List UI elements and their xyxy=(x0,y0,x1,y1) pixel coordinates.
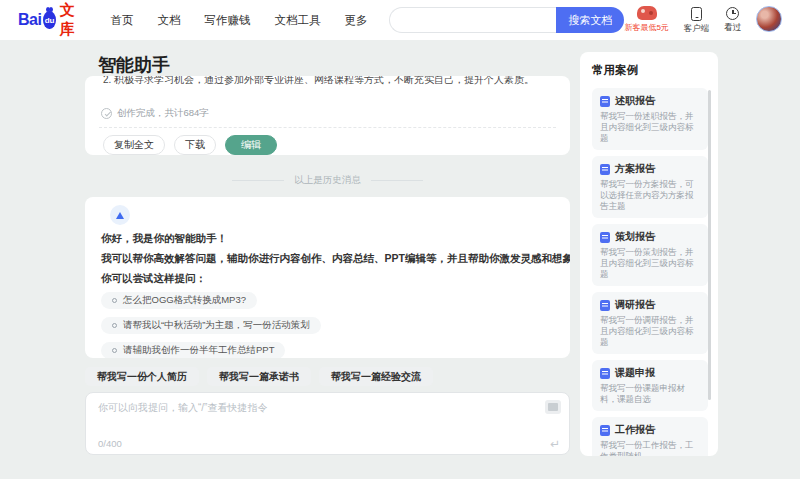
baidu-wenku-logo[interactable]: Bai du 文库 xyxy=(18,1,80,39)
case-card[interactable]: 策划报告 帮我写一份策划报告，并且内容细化到三级内容标题 xyxy=(592,224,708,286)
main-nav: 首页文档写作赚钱文档工具更多 xyxy=(110,13,367,28)
assistant-try-label: 你可以尝试这样提问： xyxy=(101,272,554,285)
assistant-logo-icon xyxy=(116,212,124,219)
case-description: 帮我写一份策划报告，并且内容细化到三级内容标题 xyxy=(600,247,700,280)
document-icon xyxy=(600,368,610,379)
char-counter: 0/400 xyxy=(98,438,122,449)
history-divider-text: 以上是历史消息 xyxy=(294,174,361,187)
status-text: 创作完成，共计684字 xyxy=(117,107,209,120)
nav-item[interactable]: 文档工具 xyxy=(274,13,320,28)
document-icon xyxy=(600,164,610,175)
enter-key-icon[interactable] xyxy=(550,437,560,451)
search-input[interactable] xyxy=(389,7,556,33)
user-avatar[interactable] xyxy=(756,6,782,32)
case-card-header: 课题申报 xyxy=(600,366,700,380)
promo-mascot-icon xyxy=(637,6,657,20)
nav-item[interactable]: 写作赚钱 xyxy=(204,13,250,28)
message-input[interactable] xyxy=(98,401,537,434)
case-card-header: 方案报告 xyxy=(600,162,700,176)
logo-bai-text: Bai xyxy=(18,11,41,29)
case-card[interactable]: 工作报告 帮我写一份工作报告，工作类型随机 xyxy=(592,417,708,456)
viewed-label: 看过 xyxy=(724,22,741,34)
history-message-card: 2. 积极寻求学习机会，通过参加外部专业讲座、网络课程等方式，不断充实自己，提升… xyxy=(85,76,570,155)
circle-bullet-icon xyxy=(112,348,117,353)
quick-prompt-chip[interactable]: 帮我写一篇承诺书 xyxy=(207,367,311,386)
clock-icon xyxy=(726,7,739,20)
assistant-intro: 我可以帮你高效解答问题，辅助你进行内容创作、内容总结、PPT编辑等，并且帮助你激… xyxy=(101,252,554,265)
history-actions: 复制全文 下载 编辑 xyxy=(99,135,556,155)
sidebar-title: 常用案例 xyxy=(592,63,708,78)
client-label: 客户端 xyxy=(684,23,710,35)
case-card-header: 述职报告 xyxy=(600,94,700,108)
sidebar-case-list: 述职报告 帮我写一份述职报告，并且内容细化到三级内容标题 方案报告 帮我写一份方… xyxy=(592,88,708,456)
circle-bullet-icon xyxy=(112,323,117,328)
quick-prompt-chip[interactable]: 帮我写一份个人简历 xyxy=(85,367,199,386)
baidu-paw-icon: du xyxy=(43,11,55,29)
case-card[interactable]: 方案报告 帮我写一份方案报告，可以选择任意内容为方案报告主题 xyxy=(592,156,708,218)
search-button[interactable]: 搜索文档 xyxy=(556,7,624,33)
nav-item[interactable]: 更多 xyxy=(344,13,367,28)
suggestion-text: 怎么把OGG格式转换成MP3? xyxy=(123,294,246,307)
suggestion-chip[interactable]: 请辅助我创作一份半年工作总结PPT xyxy=(101,342,285,358)
suggestion-chip[interactable]: 怎么把OGG格式转换成MP3? xyxy=(101,292,257,309)
download-button[interactable]: 下载 xyxy=(174,135,216,155)
case-card-header: 调研报告 xyxy=(600,298,700,312)
viewed-entry[interactable]: 看过 xyxy=(724,6,741,34)
case-title: 工作报告 xyxy=(615,423,655,437)
phone-icon xyxy=(691,7,702,21)
case-card-header: 策划报告 xyxy=(600,230,700,244)
quick-prompt-row: 帮我写一份个人简历帮我写一篇承诺书帮我写一篇经验交流 xyxy=(85,367,570,386)
divider-line xyxy=(232,180,284,181)
case-description: 帮我写一份调研报告，并且内容细化到三级内容标题 xyxy=(600,315,700,348)
common-cases-sidebar: 常用案例 述职报告 帮我写一份述职报告，并且内容细化到三级内容标题 方案报告 帮… xyxy=(580,52,718,456)
quick-prompt-chip[interactable]: 帮我写一篇经验交流 xyxy=(319,367,433,386)
nav-item[interactable]: 文档 xyxy=(157,13,180,28)
composer: 0/400 xyxy=(85,392,570,455)
page: Bai du 文库 首页文档写作赚钱文档工具更多 搜索文档 新客最低5元 客户端… xyxy=(0,0,800,479)
suggestion-text: 请帮我以“中秋活动”为主题，写一份活动策划 xyxy=(123,319,310,332)
case-description: 帮我写一份方案报告，可以选择任意内容为方案报告主题 xyxy=(600,179,700,212)
case-title: 述职报告 xyxy=(615,94,655,108)
case-card-header: 工作报告 xyxy=(600,423,700,437)
case-title: 策划报告 xyxy=(615,230,655,244)
document-icon xyxy=(600,96,610,107)
case-card[interactable]: 课题申报 帮我写一份课题申报材料，课题自选 xyxy=(592,360,708,411)
divider-line xyxy=(371,180,423,181)
dashed-divider xyxy=(99,127,556,128)
circle-bullet-icon xyxy=(112,298,117,303)
case-description: 帮我写一份课题申报材料，课题自选 xyxy=(600,383,700,405)
document-icon xyxy=(600,300,610,311)
promo-label: 新客最低5元 xyxy=(624,22,668,33)
creation-status: 创作完成，共计684字 xyxy=(99,107,556,120)
case-title: 课题申报 xyxy=(615,366,655,380)
case-description: 帮我写一份述职报告，并且内容细化到三级内容标题 xyxy=(600,111,700,144)
suggestion-chip[interactable]: 请帮我以“中秋活动”为主题，写一份活动策划 xyxy=(101,317,321,334)
client-entry[interactable]: 客户端 xyxy=(684,6,710,35)
history-excerpt: 2. 积极寻求学习机会，通过参加外部专业讲座、网络课程等方式，不断充实自己，提升… xyxy=(99,76,556,87)
case-card[interactable]: 述职报告 帮我写一份述职报告，并且内容细化到三级内容标题 xyxy=(592,88,708,150)
document-icon xyxy=(600,425,610,436)
promo-entry[interactable]: 新客最低5元 xyxy=(624,6,668,33)
suggestion-text: 请辅助我创作一份半年工作总结PPT xyxy=(123,344,274,357)
header-right-icons: 新客最低5元 客户端 看过 xyxy=(624,6,782,35)
assistant-avatar xyxy=(110,205,130,225)
case-title: 方案报告 xyxy=(615,162,655,176)
nav-item[interactable]: 首页 xyxy=(110,13,133,28)
suggestion-list: 怎么把OGG格式转换成MP3? 请帮我以“中秋活动”为主题，写一份活动策划 请辅… xyxy=(101,292,554,358)
image-upload-icon[interactable] xyxy=(545,400,561,414)
assistant-greeting: 你好，我是你的智能助手！ xyxy=(101,232,554,245)
case-title: 调研报告 xyxy=(615,298,655,312)
logo-wenku-text: 文库 xyxy=(60,1,81,39)
page-title: 智能助手 xyxy=(98,53,170,77)
check-circle-icon xyxy=(101,108,112,119)
search-bar: 搜索文档 xyxy=(389,7,624,33)
top-nav-bar: Bai du 文库 首页文档写作赚钱文档工具更多 搜索文档 新客最低5元 客户端… xyxy=(0,0,800,40)
case-description: 帮我写一份工作报告，工作类型随机 xyxy=(600,440,700,456)
edit-button[interactable]: 编辑 xyxy=(225,135,277,155)
case-card[interactable]: 调研报告 帮我写一份调研报告，并且内容细化到三级内容标题 xyxy=(592,292,708,354)
sidebar-scrollbar[interactable] xyxy=(708,90,711,400)
document-icon xyxy=(600,232,610,243)
assistant-message-card: 你好，我是你的智能助手！ 我可以帮你高效解答问题，辅助你进行内容创作、内容总结、… xyxy=(85,197,570,358)
copy-full-text-button[interactable]: 复制全文 xyxy=(103,135,165,155)
history-divider: 以上是历史消息 xyxy=(85,174,570,187)
